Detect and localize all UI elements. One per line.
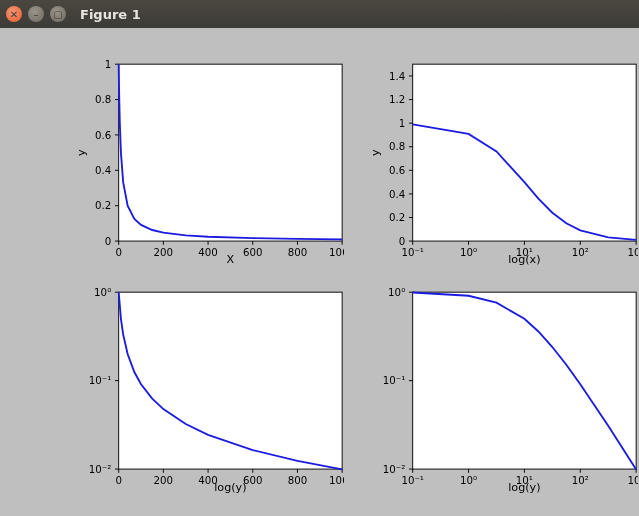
svg-text:200: 200 <box>153 246 173 258</box>
x-axis-label: X <box>226 253 234 266</box>
y-axis-ticks: 0 0.2 0.4 0.6 0.8 1 <box>94 58 118 247</box>
svg-text:0.2: 0.2 <box>94 199 110 211</box>
svg-text:0: 0 <box>104 235 111 247</box>
svg-text:10⁻¹: 10⁻¹ <box>382 374 405 386</box>
svg-text:1000: 1000 <box>329 246 344 258</box>
x-axis-label: log(x) <box>508 253 540 266</box>
plot-area <box>412 64 635 241</box>
subplot-top-left: 0 200 400 600 800 1000 0 0.2 0.4 0.6 0.8 <box>74 54 314 244</box>
minimize-icon[interactable]: – <box>28 6 44 22</box>
maximize-icon[interactable]: ▢ <box>50 6 66 22</box>
svg-text:200: 200 <box>153 474 173 486</box>
svg-text:10⁻¹: 10⁻¹ <box>401 246 424 258</box>
svg-text:10⁻²: 10⁻² <box>88 463 111 475</box>
figure-canvas: 0 200 400 600 800 1000 0 0.2 0.4 0.6 0.8 <box>20 42 620 502</box>
svg-text:0.8: 0.8 <box>94 93 110 105</box>
svg-text:600: 600 <box>242 246 262 258</box>
figure-content: 0 200 400 600 800 1000 0 0.2 0.4 0.6 0.8 <box>0 28 639 516</box>
svg-text:800: 800 <box>287 246 307 258</box>
svg-text:0.6: 0.6 <box>94 129 110 141</box>
subplot-bottom-left: 0 200 400 600 800 1000 10⁻² 10⁻¹ 10⁰ log… <box>74 282 314 472</box>
svg-text:0.8: 0.8 <box>388 140 404 152</box>
app-window: ✕ – ▢ Figure 1 0 200 400 600 800 1000 <box>0 0 639 516</box>
svg-text:0.4: 0.4 <box>94 164 110 176</box>
svg-text:0: 0 <box>115 474 122 486</box>
close-icon[interactable]: ✕ <box>6 6 22 22</box>
svg-text:10⁻²: 10⁻² <box>382 463 405 475</box>
titlebar: ✕ – ▢ Figure 1 <box>0 0 639 28</box>
y-axis-ticks: 10⁻² 10⁻¹ 10⁰ <box>382 286 412 475</box>
svg-text:10³: 10³ <box>627 474 637 486</box>
svg-text:10⁻¹: 10⁻¹ <box>88 374 111 386</box>
svg-text:10⁰: 10⁰ <box>459 474 476 486</box>
svg-text:10⁰: 10⁰ <box>388 286 405 298</box>
svg-text:10²: 10² <box>571 246 588 258</box>
svg-text:10²: 10² <box>571 474 588 486</box>
x-axis-label: log(y) <box>214 481 246 494</box>
svg-text:1.4: 1.4 <box>388 70 404 82</box>
subplot-bottom-right: 10⁻¹ 10⁰ 10¹ 10² 10³ 10⁻² 10⁻¹ 10⁰ log(y… <box>368 282 608 472</box>
svg-text:800: 800 <box>287 474 307 486</box>
svg-text:0: 0 <box>115 246 122 258</box>
svg-text:10⁰: 10⁰ <box>94 286 111 298</box>
window-title: Figure 1 <box>80 7 141 22</box>
svg-text:0.6: 0.6 <box>388 164 404 176</box>
svg-text:1: 1 <box>398 117 405 129</box>
svg-text:1000: 1000 <box>329 474 344 486</box>
y-axis-label: y <box>369 149 382 156</box>
subplot-top-right: 10⁻¹ 10⁰ 10¹ 10² 10³ 0 0.2 0.4 0.6 0.8 1… <box>368 54 608 244</box>
svg-text:0: 0 <box>398 235 405 247</box>
window-controls: ✕ – ▢ <box>6 6 66 22</box>
svg-text:1: 1 <box>104 58 111 70</box>
svg-text:10⁰: 10⁰ <box>459 246 476 258</box>
y-axis-ticks: 10⁻² 10⁻¹ 10⁰ <box>88 286 118 475</box>
x-axis-label: log(y) <box>508 481 540 494</box>
svg-text:10⁻¹: 10⁻¹ <box>401 474 424 486</box>
svg-text:1.2: 1.2 <box>388 93 404 105</box>
svg-text:10³: 10³ <box>627 246 637 258</box>
svg-text:0.2: 0.2 <box>388 211 404 223</box>
y-axis-ticks: 0 0.2 0.4 0.6 0.8 1 1.2 1.4 <box>388 70 412 247</box>
svg-text:0.4: 0.4 <box>388 188 404 200</box>
y-axis-label: y <box>75 149 88 156</box>
plot-area <box>118 64 341 241</box>
svg-text:400: 400 <box>198 246 218 258</box>
